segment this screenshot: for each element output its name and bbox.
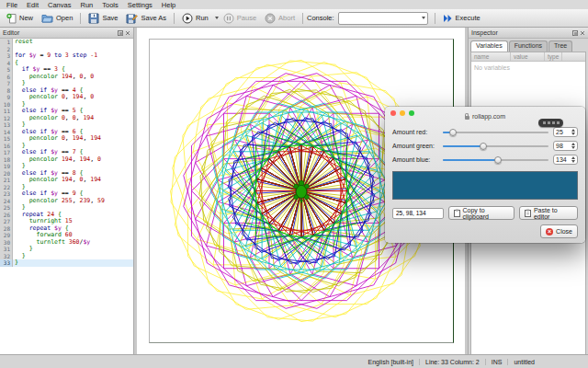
code-text: } bbox=[13, 259, 133, 267]
console-combobox[interactable] bbox=[338, 12, 428, 25]
code-text: pencolor 194, 0, 194 bbox=[13, 177, 133, 184]
slider-rows: Amount red:25Amount green:98Amount blue:… bbox=[385, 127, 585, 165]
spinbox-0[interactable]: 25 bbox=[553, 127, 578, 137]
spin-value: 25 bbox=[556, 129, 563, 135]
tab-variables[interactable]: Variables bbox=[470, 40, 508, 52]
color-preview bbox=[392, 171, 578, 200]
close-icon[interactable] bbox=[580, 30, 585, 36]
save-as-button[interactable]: Save As bbox=[122, 12, 170, 25]
slider-track[interactable] bbox=[443, 132, 548, 134]
spin-value: 134 bbox=[556, 156, 567, 163]
code-line[interactable]: 33} bbox=[0, 259, 133, 267]
paste-to-editor-button[interactable]: Paste to editor bbox=[519, 206, 578, 220]
new-label: New bbox=[19, 14, 33, 22]
float-icon[interactable] bbox=[118, 30, 123, 36]
editor-header: Editor bbox=[0, 28, 133, 39]
column-header-type: type bbox=[545, 52, 562, 61]
slider-amount-blue-[interactable] bbox=[443, 156, 548, 164]
stepper-icon[interactable] bbox=[571, 156, 575, 163]
slider-amount-red-[interactable] bbox=[443, 129, 548, 136]
save-button[interactable]: Save bbox=[85, 12, 121, 25]
rgb-value-field[interactable] bbox=[392, 208, 444, 219]
spinbox-1[interactable]: 98 bbox=[553, 141, 578, 151]
execute-label: Execute bbox=[456, 14, 481, 22]
menu-file[interactable]: File bbox=[2, 1, 22, 9]
paste-icon bbox=[525, 209, 531, 217]
code-line[interactable]: 32 } bbox=[0, 253, 133, 260]
line-number: 10 bbox=[0, 101, 13, 109]
toolbar-separator bbox=[435, 13, 435, 24]
inspector-columns[interactable]: namevaluetype bbox=[471, 52, 585, 62]
clipboard-icon bbox=[454, 209, 460, 217]
open-label: Open bbox=[56, 14, 73, 22]
line-number: 6 bbox=[0, 74, 13, 81]
line-number: 21 bbox=[0, 177, 13, 184]
console-label: Console: bbox=[307, 14, 334, 22]
stepper-icon[interactable] bbox=[571, 143, 575, 149]
status-item: Line: 33 Column: 2 bbox=[419, 359, 485, 365]
inspector-header: Inspector bbox=[469, 28, 588, 39]
open-icon bbox=[41, 13, 53, 23]
code-text: pencolor 194, 0, 0 bbox=[13, 74, 133, 81]
menu-settings[interactable]: Settings bbox=[123, 1, 157, 9]
console-dropdown-icon[interactable] bbox=[422, 17, 425, 19]
copy-to-clipboard-button[interactable]: Copy to clipboard bbox=[448, 206, 514, 220]
toolbar-separator bbox=[302, 13, 303, 24]
close-icon[interactable] bbox=[125, 30, 130, 36]
line-number: 16 bbox=[0, 143, 13, 150]
abort-icon bbox=[265, 13, 276, 24]
line-number: 33 bbox=[0, 259, 13, 267]
menu-run[interactable]: Run bbox=[75, 1, 97, 9]
line-number: 2 bbox=[0, 46, 13, 53]
execute-button[interactable]: Execute bbox=[439, 13, 484, 24]
status-item: INS bbox=[485, 359, 508, 365]
line-number: 8 bbox=[0, 87, 13, 95]
save-as-icon bbox=[126, 13, 138, 24]
console-input[interactable] bbox=[339, 14, 420, 23]
editor-panel: Editor 1reset23for $y = 9 to 3 step -14{… bbox=[0, 28, 134, 355]
open-button[interactable]: Open bbox=[38, 12, 76, 24]
line-number: 28 bbox=[0, 225, 13, 233]
line-number: 12 bbox=[0, 115, 13, 122]
abort-button[interactable]: Abort bbox=[261, 12, 299, 25]
overlay-handle[interactable] bbox=[538, 119, 563, 127]
status-item: untitled bbox=[507, 359, 540, 365]
tab-tree[interactable]: Tree bbox=[548, 40, 572, 52]
line-number: 27 bbox=[0, 218, 13, 225]
menu-help[interactable]: Help bbox=[157, 1, 180, 9]
pause-button[interactable]: Pause bbox=[220, 12, 260, 25]
slider-row-0: Amount red:25 bbox=[392, 127, 578, 137]
line-number: 29 bbox=[0, 232, 13, 239]
line-number: 20 bbox=[0, 170, 13, 178]
code-text: reset bbox=[13, 39, 133, 46]
code-text: pencolor 255, 239, 59 bbox=[13, 198, 133, 205]
code-line[interactable]: 3for $y = 9 to 3 step -1 bbox=[0, 52, 133, 60]
line-number: 7 bbox=[0, 80, 13, 87]
menu-canvas[interactable]: Canvas bbox=[43, 1, 75, 9]
code-line[interactable]: 1reset bbox=[0, 39, 133, 46]
slider-knob[interactable] bbox=[480, 143, 487, 150]
line-number: 1 bbox=[0, 39, 13, 46]
run-dropdown-icon[interactable] bbox=[215, 17, 219, 19]
menu-tools[interactable]: Tools bbox=[97, 1, 123, 9]
toolbar-separator bbox=[174, 13, 175, 24]
stepper-icon[interactable] bbox=[571, 129, 575, 135]
float-icon[interactable] bbox=[572, 30, 578, 36]
slider-knob[interactable] bbox=[494, 156, 502, 164]
menubar: FileEditCanvasRunToolsSettingsHelp bbox=[0, 0, 588, 9]
run-button[interactable]: Run bbox=[178, 12, 212, 25]
code-lines[interactable]: 1reset23for $y = 9 to 3 step -14{5 if $y… bbox=[0, 39, 133, 355]
pause-label: Pause bbox=[237, 14, 256, 22]
line-number: 14 bbox=[0, 129, 13, 136]
slider-amount-green-[interactable] bbox=[443, 143, 548, 150]
menu-edit[interactable]: Edit bbox=[22, 1, 43, 9]
tab-functions[interactable]: Functions bbox=[509, 40, 548, 52]
execute-icon bbox=[443, 14, 453, 23]
spinbox-2[interactable]: 134 bbox=[553, 155, 578, 165]
slider-knob[interactable] bbox=[449, 129, 457, 136]
new-button[interactable]: New bbox=[3, 12, 37, 25]
close-button[interactable]: × Close bbox=[540, 224, 578, 238]
new-icon bbox=[6, 13, 17, 24]
save-as-label: Save As bbox=[141, 14, 166, 22]
editor-title: Editor bbox=[3, 29, 19, 36]
